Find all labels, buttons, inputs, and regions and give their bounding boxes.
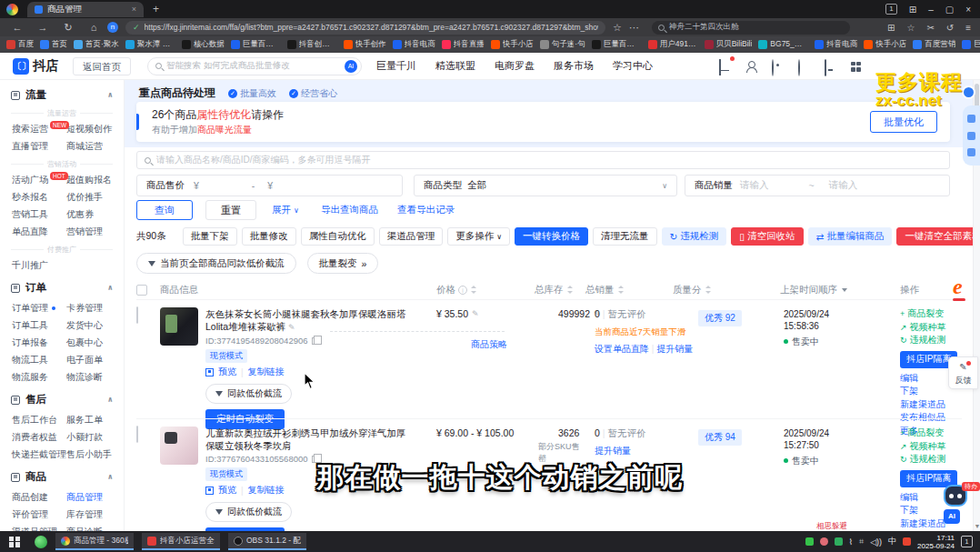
menu-icon[interactable]: ≡ (965, 23, 971, 33)
ai-assistant-widget[interactable]: 待办 AI (944, 485, 967, 524)
bookmark-item[interactable]: 抖音电商 (393, 39, 435, 50)
edit-icon[interactable]: ✎ (472, 309, 479, 318)
sidebar-item-卡券管理[interactable]: 卡券管理 (66, 299, 124, 316)
favorites-icon[interactable]: ☆ (906, 23, 915, 33)
preview-link[interactable]: 预览 (218, 484, 236, 497)
pinned-app-icon[interactable] (35, 536, 47, 548)
op-违规检测[interactable]: ↻违规检测 (900, 453, 962, 467)
close-button[interactable]: × (965, 5, 971, 15)
sales-range-filter[interactable]: 商品销量 请输入 ~ 请输入 (685, 175, 950, 196)
extension-icon[interactable]: n (107, 22, 118, 33)
sidebar-item-商品诊断[interactable]: 商品诊断 (66, 523, 124, 531)
expand-link[interactable]: 展开 ∨ (272, 204, 299, 216)
browser-logo-icon[interactable] (6, 4, 18, 15)
taskbar-item-browser[interactable]: 商品管理 - 360极... (55, 533, 134, 550)
row-checkbox[interactable] (136, 306, 138, 324)
product-type-select[interactable]: 商品类型 全部 ∨ (414, 175, 677, 196)
dock-icon[interactable] (967, 132, 975, 140)
export-log-link[interactable]: 查看导出记录 (397, 204, 455, 216)
product-image[interactable] (160, 307, 198, 346)
product-strategy-link[interactable]: 商品策略 (471, 338, 507, 351)
sidebar-item-发货中心[interactable]: 发货中心 (66, 316, 124, 334)
sidebar-item-活动广场[interactable]: 活动广场HOT (12, 171, 66, 188)
smart-search-input[interactable]: 智能搜索 如何完成商品批量修改 AI (147, 57, 362, 75)
col-time[interactable]: 上架时间顺序 (753, 284, 882, 296)
bookmark-item[interactable]: 用户491872 (648, 39, 698, 50)
bookmark-star-icon[interactable]: ☆ (613, 22, 622, 34)
taskbar-item-obs[interactable]: OBS 31.1.2 - 配置... (228, 533, 306, 550)
robot-icon[interactable]: 待办 (944, 485, 967, 507)
bookmark-item[interactable]: 抖音电商 (815, 39, 857, 50)
preview-link[interactable]: 预览 (218, 366, 236, 378)
toolbar-button-渠道品管理[interactable]: 渠道品管理 (379, 227, 444, 246)
toolbar-button-批量编辑商品[interactable]: ⇄批量编辑商品 (808, 227, 893, 246)
sidebar-item-商城运营[interactable]: 商城运营 (66, 137, 124, 155)
sort-icon[interactable] (566, 286, 573, 294)
op-视频种草[interactable]: ↗视频种草 (900, 321, 962, 335)
sidebar-item-快递拦截管理[interactable]: 快递拦截管理 (12, 446, 66, 463)
ai-search-icon[interactable]: AI (345, 60, 357, 73)
bookmark-item[interactable]: 巨量引擎工 (962, 39, 980, 50)
ai-button[interactable]: AI (944, 509, 960, 524)
app-nav-巨量千川[interactable]: 巨量千川 (376, 59, 416, 73)
apps-grid-icon[interactable]: ⊞ (887, 23, 895, 33)
sidebar-item-物流服务[interactable]: 物流服务 (12, 368, 66, 386)
sidebar-item-短视频创作[interactable]: 短视频创作 (66, 120, 124, 137)
boost-sales-link[interactable]: 提升销量 (656, 344, 693, 354)
sort-icon[interactable] (617, 286, 624, 294)
toolbar-button-更多操作[interactable]: 更多操作∨ (447, 227, 510, 246)
minimize-button[interactable]: – (928, 5, 934, 15)
sort-icon[interactable] (705, 286, 711, 294)
sidebar-item-售后工作台[interactable]: 售后工作台 (12, 411, 66, 428)
row-checkbox[interactable] (136, 426, 138, 443)
mic-icon[interactable]: ⌇ (849, 537, 853, 547)
monitor-icon[interactable] (825, 59, 826, 76)
bookmark-item[interactable]: 百度营销 (913, 39, 955, 50)
bookmark-item[interactable]: 快手小店 (864, 39, 906, 50)
screenshot-icon[interactable]: ✂ (926, 23, 934, 33)
toolbar-button-属性自动优化[interactable]: 属性自动优化 (301, 227, 375, 246)
bookmark-item[interactable]: 快手小店 (491, 39, 534, 50)
toolbar-button-违规检测[interactable]: ↻违规检测 (662, 227, 727, 246)
export-products-link[interactable]: 导出查询商品 (321, 204, 378, 216)
taskbar-item-doc[interactable]: 抖音小店运营全攻... (142, 533, 220, 550)
product-search-input[interactable]: 请输入商品名称/商品ID/商家编码，多条可用逗号隔开 (136, 151, 950, 169)
col-sales[interactable]: 总销量 (585, 284, 673, 296)
toolbar-button-批量下架[interactable]: 批量下架 (183, 227, 237, 246)
sidebar-item-优惠券[interactable]: 优惠券 (66, 206, 124, 223)
user-icon[interactable] (745, 60, 758, 73)
bookmark-item[interactable]: 百度 (6, 39, 34, 50)
sogou-icon[interactable] (903, 537, 911, 546)
activity-dock[interactable] (963, 105, 980, 166)
bookmark-item[interactable]: 贝贝BiliBili (705, 39, 753, 50)
op-违规检测[interactable]: ↻违规检测 (900, 334, 962, 347)
service-e-logo[interactable]: e (953, 276, 965, 301)
sidebar-item-搜索运营[interactable]: 搜索运营NEW (12, 120, 66, 137)
same-item-capture-button[interactable]: 同款低价截流 (205, 384, 292, 404)
dock-icon[interactable] (967, 148, 975, 156)
reset-button[interactable]: 重置 (205, 200, 256, 220)
tray-app-icon[interactable] (820, 537, 828, 546)
app-nav-精选联盟[interactable]: 精选联盟 (435, 59, 475, 73)
collapse-caret-icon[interactable]: ∨ (107, 91, 114, 99)
tray-app-icon[interactable] (805, 537, 814, 546)
page-capture-button[interactable]: 当前页全部商品同款低价截流 (136, 253, 296, 274)
sidebar-item-营销管理[interactable]: 营销管理 (66, 223, 124, 240)
batch-fission-button[interactable]: 批量裂变» (307, 253, 379, 274)
sidebar-item-物流工具[interactable]: 物流工具 (12, 351, 66, 368)
bookmark-item[interactable]: 抖音直播 (442, 39, 485, 50)
bookmark-item[interactable]: BG75_库存 (758, 39, 808, 50)
sidebar-item-订单工具[interactable]: 订单工具 (12, 316, 66, 334)
browser-search-box[interactable]: 神舟二十第四次出舱 (652, 21, 850, 35)
tab-close-icon[interactable]: × (132, 5, 136, 14)
scroll-down-arrow[interactable]: ▼ (974, 523, 980, 529)
doudian-logo[interactable]: 〔〕 抖店 (13, 58, 58, 75)
qr-icon[interactable] (205, 487, 214, 495)
back-home-button[interactable]: 返回首页 (73, 57, 131, 75)
notification-center-icon[interactable]: 1 (961, 536, 973, 547)
col-price[interactable]: 价格i (436, 284, 535, 296)
bookmark-item[interactable]: 首页 (40, 39, 67, 50)
bookmark-item[interactable]: 快手创作 (344, 39, 386, 50)
sidebar-item-千川推广[interactable]: 千川推广 (12, 256, 66, 274)
copy-link[interactable]: 复制链接 (248, 484, 285, 497)
